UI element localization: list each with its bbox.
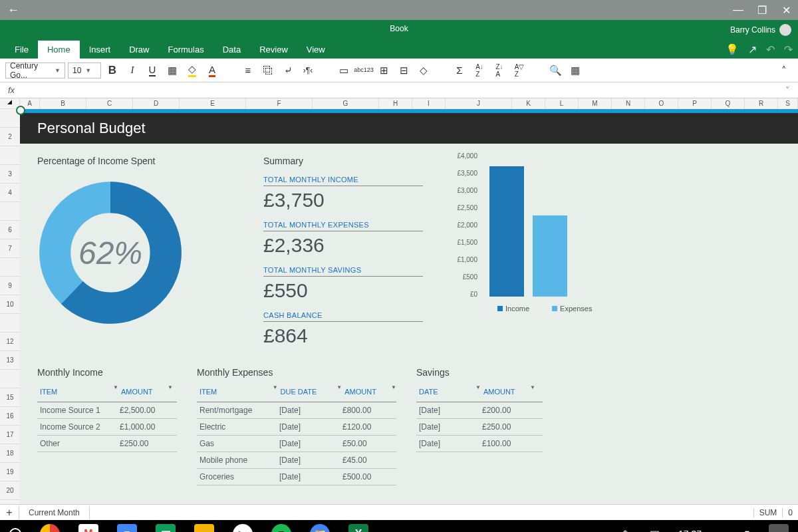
cell-selection-handle[interactable] [16,106,25,115]
row-headers[interactable]: 2346791012131516171819202122 [0,109,20,520]
redo-icon[interactable]: ↷ [784,43,793,56]
table-row[interactable]: Groceries[Date]£500.00 [197,469,396,485]
tab-home[interactable]: Home [38,41,80,59]
col-header[interactable]: K [512,98,545,109]
row-header[interactable]: 16 [0,407,20,426]
formula-bar[interactable]: fx ˅ [0,82,798,98]
docs-icon[interactable]: ≡ [117,524,137,532]
table-row[interactable]: [Date]£250.00 [416,419,543,436]
borders-button[interactable]: ▦ [164,62,181,79]
launcher-icon[interactable] [9,528,21,532]
gmail-icon[interactable]: M [78,524,98,532]
table-row[interactable]: Gas[Date]£50.00 [197,436,396,452]
col-header[interactable]: Q [712,98,745,109]
paragraph-button[interactable]: ›¶‹ [299,62,317,79]
tab-insert[interactable]: Insert [80,41,120,59]
col-date[interactable]: DATE [416,384,473,399]
sheets-icon[interactable]: ▦ [156,524,176,532]
table-row[interactable]: Income Source 1£2,500.00 [37,402,177,419]
user-avatar[interactable] [769,524,789,532]
row-header[interactable] [0,370,20,388]
tab-review[interactable]: Review [250,41,297,59]
table-row[interactable]: Rent/mortgage[Date]£800.00 [197,402,396,419]
col-header[interactable]: P [678,98,712,109]
table-row[interactable]: Income Source 2£1,000.00 [37,419,177,436]
sheet-tab[interactable]: Current Month [19,506,90,519]
row-header[interactable]: 12 [0,332,20,351]
files-icon[interactable]: 📁 [310,524,330,532]
table-row[interactable]: Electric[Date]£120.00 [197,419,396,436]
table-row[interactable]: Mobile phone[Date]£45.00 [197,452,396,469]
pen-icon[interactable]: ✎ [622,528,631,533]
col-header[interactable]: R [745,98,778,109]
minimize-button[interactable]: — [726,4,750,16]
filter-icon[interactable]: ▼ [168,384,173,399]
spreadsheet-grid[interactable]: ◢ ABCDEFGHIJKLMNOPQRS 234679101213151617… [0,98,798,520]
sort-desc-button[interactable]: Z↓A [491,62,508,79]
undo-icon[interactable]: ↶ [766,43,775,56]
expand-formula-icon[interactable]: ˅ [785,85,790,95]
col-header[interactable]: F [246,98,313,109]
bold-button[interactable]: B [104,62,121,79]
styles-button[interactable]: ▦ [567,62,584,79]
find-button[interactable]: 🔍 [547,62,564,79]
col-amount[interactable]: AMOUNT [481,384,527,399]
italic-button[interactable]: I [124,62,141,79]
col-amount[interactable]: AMOUNT [342,384,388,399]
filter-icon[interactable]: ▼ [336,384,342,399]
filter-icon[interactable]: ▼ [530,384,535,399]
tab-data[interactable]: Data [213,41,250,59]
wifi-icon[interactable]: ▾ [720,528,726,533]
row-header[interactable]: 13 [0,351,20,370]
row-header[interactable] [0,146,20,165]
row-header[interactable]: 10 [0,295,20,314]
tab-view[interactable]: View [297,41,334,59]
excel-icon[interactable]: X [348,524,368,532]
add-sheet-button[interactable]: + [0,507,19,519]
row-header[interactable] [0,202,20,221]
col-header[interactable]: J [446,98,512,109]
share-icon[interactable]: ↗ [748,43,757,56]
row-header[interactable]: 9 [0,277,20,295]
filter-button[interactable]: A▽Z [511,62,528,79]
col-header[interactable]: E [180,98,246,109]
clear-button[interactable]: ◇ [415,62,432,79]
col-header[interactable]: N [612,98,645,109]
col-amount[interactable]: AMOUNT [118,384,165,399]
abc123-button[interactable]: abc123 [355,62,372,79]
row-header[interactable]: 7 [0,239,20,258]
close-button[interactable]: ✕ [774,4,798,17]
battery-icon[interactable]: ▮ [744,528,750,533]
filter-icon[interactable]: ▼ [273,384,278,399]
number-format-button[interactable]: ▭ [335,62,352,79]
chrome-icon[interactable] [40,524,60,532]
back-button[interactable]: ← [0,3,27,17]
row-header[interactable]: 18 [0,444,20,463]
wrap-button[interactable]: ⤶ [279,62,297,79]
merge-button[interactable]: ⿻ [259,62,277,79]
wallpaper-icon[interactable]: ▣ [650,528,660,533]
row-header[interactable]: 6 [0,221,20,239]
table-row[interactable]: [Date]£100.00 [416,436,543,452]
col-header[interactable]: C [86,98,133,109]
table-row[interactable]: Other£250.00 [37,436,177,452]
col-header[interactable]: L [545,98,579,109]
col-header[interactable]: S [778,98,798,109]
col-item[interactable]: ITEM [197,384,270,399]
col-item[interactable]: ITEM [37,384,110,399]
row-header[interactable]: 20 [0,481,20,500]
col-header[interactable]: O [645,98,678,109]
row-header[interactable]: 19 [0,463,20,481]
tab-file[interactable]: File [5,41,38,59]
column-headers[interactable]: ABCDEFGHIJKLMNOPQRS [20,98,798,109]
row-header[interactable]: 4 [0,184,20,202]
row-header[interactable] [0,258,20,277]
user-info[interactable]: Barry Collins [730,24,791,36]
insert-cells-button[interactable]: ⊞ [375,62,392,79]
sort-asc-button[interactable]: A↓Z [471,62,488,79]
col-header[interactable]: D [133,98,180,109]
underline-button[interactable]: U [144,62,161,79]
play-icon[interactable]: ▶ [233,524,253,532]
tab-draw[interactable]: Draw [120,41,158,59]
col-header[interactable]: M [579,98,612,109]
